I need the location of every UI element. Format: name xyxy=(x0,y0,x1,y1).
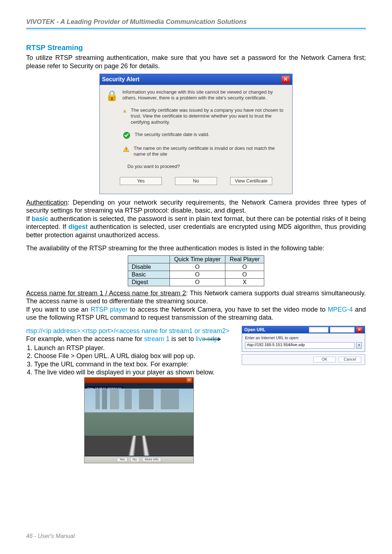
player-controls: Yes No More Info xyxy=(85,456,193,463)
access-name-paragraph: Access name for stream 1 / Access name f… xyxy=(26,289,366,305)
open-url-title: Open URL xyxy=(244,327,266,333)
view-certificate-button[interactable]: View Certificate xyxy=(230,177,272,185)
section-title: RTSP Streaming xyxy=(26,43,366,52)
ok-button[interactable]: OK xyxy=(313,357,336,362)
close-icon[interactable]: ✕ xyxy=(356,327,363,333)
cert-date-valid: The security certificate date is valid. xyxy=(135,132,209,138)
open-url-dialog-top: Open URL OK More Info ✕ Enter an Interne… xyxy=(242,326,365,352)
rtsp-player-paragraph: If you want to use an RTSP player to acc… xyxy=(26,305,366,322)
authentication-paragraph: Authentication: Depending on your networ… xyxy=(26,198,366,215)
security-alert-main-text: Information you exchange with this site … xyxy=(122,89,286,102)
security-alert-dialog: Security Alert ✕ 🔒 Information you excha… xyxy=(99,74,293,194)
row-digest: Digest xyxy=(128,278,170,286)
proceed-question: Do you want to proceed? xyxy=(106,164,286,169)
warning-icon: ! xyxy=(123,107,126,115)
open-url-dialog-bottom: OK Cancel xyxy=(242,354,365,365)
no-button[interactable]: No xyxy=(175,177,217,185)
svg-text:!: ! xyxy=(126,148,127,152)
ok-button[interactable]: OK xyxy=(309,327,328,333)
intro-paragraph: To utilize RTSP streaming authentication… xyxy=(26,54,366,70)
col-realplayer: Real Player xyxy=(225,255,264,263)
col-quicktime: Quick Time player xyxy=(170,255,225,263)
player-more-info-button[interactable]: More Info xyxy=(142,457,161,462)
close-icon[interactable]: ✕ xyxy=(186,378,192,383)
more-info-button[interactable]: More Info xyxy=(330,327,355,333)
security-alert-title: Security Alert xyxy=(102,76,139,83)
row-basic: Basic xyxy=(128,271,170,278)
availability-paragraph: The availability of the RTSP streaming f… xyxy=(26,244,366,253)
arrow-icon xyxy=(203,339,221,340)
check-icon xyxy=(123,132,130,139)
url-input[interactable]: rtsp://192.168.5.151:554/live.sdp xyxy=(245,342,355,349)
row-disable: Disable xyxy=(128,263,170,271)
security-alert-titlebar: Security Alert ✕ xyxy=(100,74,292,85)
auth-availability-table: Quick Time player Real Player Disable O … xyxy=(128,255,265,286)
player-yes-button[interactable]: Yes xyxy=(117,457,127,462)
open-url-label: Enter an Internet URL to open: xyxy=(245,336,362,341)
warning-icon: ! xyxy=(123,145,129,153)
cancel-button[interactable]: Cancel xyxy=(339,357,361,362)
rtsp-player-preview: ✕ Video 18:38:01 2008/01/03 Yes No More … xyxy=(84,377,194,463)
cert-issuer-warning: The security certificate was issued by a… xyxy=(131,107,286,125)
chevron-down-icon[interactable]: ▾ xyxy=(356,342,362,349)
svg-text:!: ! xyxy=(124,110,125,112)
player-titlebar: ✕ xyxy=(85,378,193,383)
close-icon[interactable]: ✕ xyxy=(281,75,290,83)
video-scene xyxy=(85,389,193,456)
lock-icon: 🔒 xyxy=(106,89,118,102)
page-footer: 46 - User's Manual xyxy=(26,533,75,539)
step-4: The live video will be displayed in your… xyxy=(34,368,366,377)
header-brand: VIVOTEK - A Leading Provider of Multimed… xyxy=(26,18,366,29)
yes-button[interactable]: Yes xyxy=(120,177,162,185)
auth-modes-paragraph: If basic authentication is selected, the… xyxy=(26,215,366,239)
cert-name-invalid: The name on the security certificate is … xyxy=(134,145,286,157)
player-no-button[interactable]: No xyxy=(130,457,140,462)
